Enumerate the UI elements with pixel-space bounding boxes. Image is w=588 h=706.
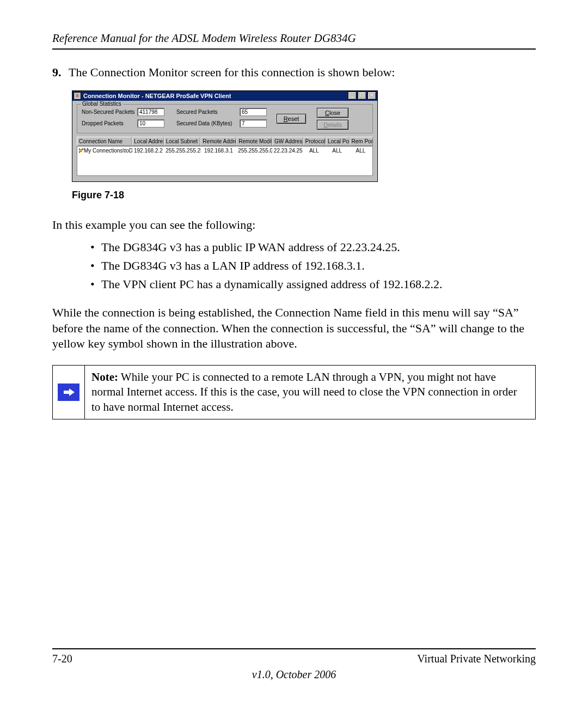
paragraph: While the connection is being establishe…: [52, 305, 536, 352]
window-buttons: _ □ ×: [348, 92, 376, 100]
step-text: The Connection Monitor screen for this c…: [69, 65, 395, 81]
list-item: The VPN client PC has a dynamically assi…: [90, 276, 536, 293]
connection-monitor-window: S Connection Monitor - NETGEAR ProSafe V…: [72, 90, 378, 182]
page-number: 7-20: [52, 653, 72, 665]
window-client-area: Global Statistics Non-Secured Packets 41…: [72, 101, 377, 181]
connections-list: Connection Name Local Address Local Subn…: [77, 137, 373, 176]
non-secured-value: 411798: [137, 108, 164, 116]
col-local-subnet[interactable]: Local Subnet: [164, 137, 201, 146]
header-rule: [52, 48, 536, 50]
arrow-right-icon: [58, 384, 79, 401]
right-button-column: Close Details: [317, 108, 348, 130]
cell-local-port: ALL: [326, 147, 349, 155]
window-titlebar: S Connection Monitor - NETGEAR ProSafe V…: [72, 91, 377, 101]
cell-connection-name: *My Connections\toDG834: [77, 147, 132, 155]
note-body: While your PC is connected to a remote L…: [91, 370, 517, 413]
document-page: Reference Manual for the ADSL Modem Wire…: [0, 0, 588, 706]
figure-caption: Figure 7-18: [72, 190, 536, 201]
list-header-row: Connection Name Local Address Local Subn…: [77, 137, 373, 146]
running-header: Reference Manual for the ADSL Modem Wire…: [52, 32, 536, 45]
footer-rule: [52, 648, 536, 649]
bullet-list: The DG834G v3 has a public IP WAN addres…: [90, 239, 536, 292]
list-item: The DG834G v3 has a LAN IP address of 19…: [90, 258, 536, 274]
cell-local-subnet: 255.255.255.255: [164, 147, 200, 155]
key-icon: [79, 148, 80, 153]
global-statistics-group: Global Statistics Non-Secured Packets 41…: [77, 104, 373, 133]
col-connection-name[interactable]: Connection Name: [77, 137, 132, 146]
section-name: Virtual Private Networking: [417, 653, 536, 665]
col-remote-modifier[interactable]: Remote Modifier: [236, 137, 272, 146]
app-icon: S: [74, 92, 81, 100]
col-gw-address[interactable]: GW Address: [272, 137, 303, 146]
cell-rem-port: ALL: [349, 147, 372, 155]
cell-local-address: 192.168.2.2: [132, 147, 164, 155]
minimize-button[interactable]: _: [348, 92, 357, 100]
numbered-step: 9. The Connection Monitor screen for thi…: [52, 65, 536, 81]
dropped-packets-label: Dropped Packets: [82, 120, 134, 126]
reset-button[interactable]: Reset: [277, 114, 306, 124]
secured-data-value: 7: [240, 119, 267, 127]
col-remote-address[interactable]: Remote Address: [200, 137, 236, 146]
secured-data-label: Secured Data (KBytes): [176, 120, 236, 126]
col-local-address[interactable]: Local Address: [132, 137, 163, 146]
list-item: The DG834G v3 has a public IP WAN addres…: [90, 239, 536, 255]
non-secured-label: Non-Secured Packets: [82, 109, 134, 115]
window-title: Connection Monitor - NETGEAR ProSafe VPN…: [83, 93, 348, 99]
note-box: Note: While your PC is connected to a re…: [52, 365, 536, 419]
cell-remote-modifier: 255.255.255.0: [236, 147, 272, 155]
cell-remote-address: 192.168.3.1: [201, 147, 237, 155]
cell-gw-address: 22.23.24.25: [272, 147, 303, 155]
figure-screenshot: S Connection Monitor - NETGEAR ProSafe V…: [72, 90, 536, 182]
page-footer: 7-20 Virtual Private Networking v1.0, Oc…: [52, 648, 536, 681]
table-row[interactable]: *My Connections\toDG834 192.168.2.2 255.…: [77, 147, 372, 155]
cell-protocol: ALL: [303, 147, 325, 155]
groupbox-legend: Global Statistics: [81, 101, 123, 107]
maximize-button[interactable]: □: [358, 92, 366, 100]
dropped-packets-value: 10: [137, 119, 164, 127]
secured-packets-label: Secured Packets: [176, 109, 236, 115]
doc-version: v1.0, October 2006: [52, 668, 536, 681]
close-button[interactable]: Close: [317, 108, 348, 118]
col-protocol[interactable]: Protocol: [303, 137, 326, 146]
intro-paragraph: In this example you can see the followin…: [52, 217, 536, 233]
close-window-button[interactable]: ×: [367, 92, 376, 100]
step-number: 9.: [52, 65, 69, 81]
col-rem-port[interactable]: Rem Port: [350, 137, 373, 146]
note-text: Note: While your PC is connected to a re…: [85, 366, 535, 419]
col-local-port[interactable]: Local Port: [326, 137, 349, 146]
secured-packets-value: 65: [240, 108, 267, 116]
details-button[interactable]: Details: [317, 120, 348, 130]
note-icon-cell: [53, 366, 85, 419]
note-label: Note:: [91, 370, 118, 384]
